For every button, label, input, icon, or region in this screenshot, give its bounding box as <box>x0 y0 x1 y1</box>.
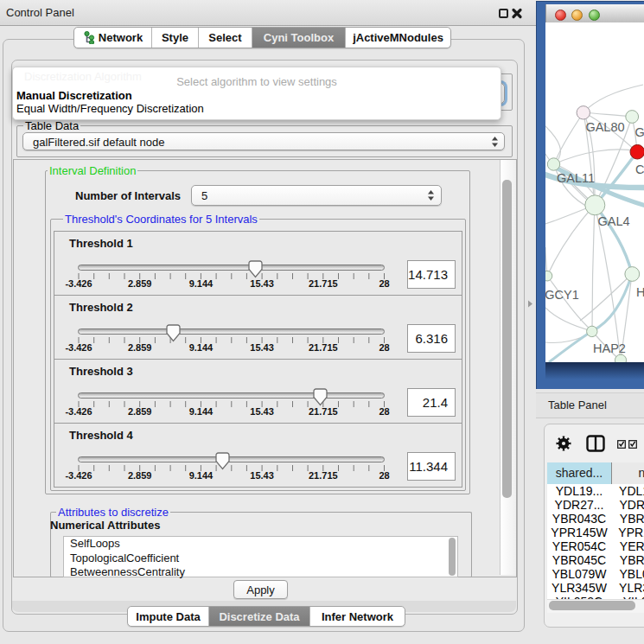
svg-text:HAP2: HAP2 <box>593 341 626 355</box>
svg-text:GAL80: GAL80 <box>585 120 624 134</box>
svg-text:GAL4: GAL4 <box>597 214 629 228</box>
svg-text:GAL11: GAL11 <box>557 171 595 185</box>
svg-text:GA: GA <box>635 125 644 139</box>
svg-text:HI: HI <box>636 285 644 299</box>
svg-text:GCY1: GCY1 <box>545 288 579 302</box>
svg-text:C: C <box>635 163 644 176</box>
